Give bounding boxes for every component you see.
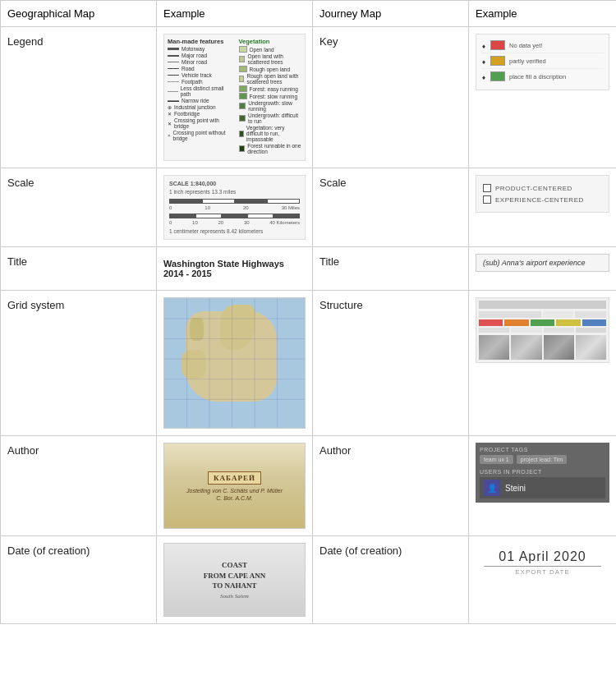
author-user-name: Steini [505, 484, 526, 493]
key-row-1: ⬧ partly verified [481, 56, 604, 69]
scale-ruler-km [169, 214, 300, 218]
col-header-example2: Example [469, 1, 616, 27]
header-journey-map-label: Journey Map [319, 7, 381, 20]
geo-title-text: Washington State Highways 2014 - 2015 [163, 254, 306, 283]
legend-geo-example: Man-made features Motorway Major road Mi… [157, 27, 313, 168]
map-image [163, 297, 306, 429]
scale-geo-example: SCALE 1:840,000 1 inch represents 13.3 m… [157, 168, 313, 247]
header-example1-label: Example [163, 7, 205, 20]
header-geo-map-label: Geographical Map [7, 7, 94, 20]
author-journey-example: PROJECT TAGS team ux 1 project lead: Tim… [469, 436, 616, 536]
journey-date-content: 01 April 2020 EXPORT DATE [476, 543, 609, 582]
author-journey-label: Author [313, 436, 469, 536]
legend-example-content: Man-made features Motorway Major road Mi… [163, 34, 306, 161]
author-geo-example: КАБАРЕЙ Jostelling von C. Schäts und P. … [157, 436, 313, 536]
title-journey-example: (sub) Anna's airport experience [469, 247, 616, 291]
scale-labels-miles: 0102030 Miles [169, 205, 300, 210]
date-underline [484, 566, 601, 567]
js-option-0: PRODUCT-CENTERED [483, 184, 602, 192]
journey-scale-content: PRODUCT-CENTERED EXPERIENCE-CENTERED [476, 175, 609, 213]
grid-geo-example [157, 291, 313, 436]
scale-labels-km: 010203040 Kilometers [169, 220, 300, 225]
author-tag-0: team ux 1 [480, 455, 513, 464]
scale-geo-label: Scale [1, 168, 157, 247]
author-tag-1: project lead: Tim [517, 455, 567, 464]
title-geo-label: Title [1, 247, 157, 291]
col-header-geo-map: Geographical Map [1, 1, 157, 27]
scale-ruler-miles [169, 199, 300, 204]
legend-journey-label: Key [313, 27, 469, 168]
legend-geo-label: Legend [1, 27, 157, 168]
scale-journey-example: PRODUCT-CENTERED EXPERIENCE-CENTERED [469, 168, 616, 247]
grid-journey-label: Structure [313, 291, 469, 436]
date-geo-label: Date (of creation) [1, 536, 157, 624]
journey-author-content: PROJECT TAGS team ux 1 project lead: Tim… [476, 443, 609, 503]
journey-title-text: (sub) Anna's airport experience [476, 254, 609, 272]
grid-journey-example [469, 291, 616, 436]
date-geo-example: COASTFROM CAPE ANNTO NAHANT South Salem [157, 536, 313, 624]
col-header-journey-map: Journey Map [313, 1, 469, 27]
date-vintage-image: COASTFROM CAPE ANNTO NAHANT South Salem [163, 543, 306, 617]
title-journey-label: Title [313, 247, 469, 291]
date-journey-example: 01 April 2020 EXPORT DATE [469, 536, 616, 624]
title-geo-example: Washington State Highways 2014 - 2015 [157, 247, 313, 291]
date-journey-label: Date (of creation) [313, 536, 469, 624]
col-header-example1: Example [157, 1, 313, 27]
author-tags-row: team ux 1 project lead: Tim [480, 455, 605, 464]
author-avatar: 👤 [484, 480, 500, 496]
author-vintage-image: КАБАРЕЙ Jostelling von C. Schäts und P. … [163, 443, 306, 529]
journey-date-text: 01 April 2020 [476, 549, 609, 564]
author-geo-label: Author [1, 436, 157, 536]
grid-geo-label: Grid system [1, 291, 157, 436]
key-row-2: ⬧ place fill a discription [481, 71, 604, 84]
legend-journey-example: ⬧ No data yet! ⬧ partly verified ⬧ place… [469, 27, 616, 168]
date-export-label: EXPORT DATE [476, 568, 609, 576]
structure-content [476, 297, 609, 363]
header-example2-label: Example [476, 7, 517, 20]
scale-example-content: SCALE 1:840,000 1 inch represents 13.3 m… [163, 175, 306, 240]
js-option-1: EXPERIENCE-CENTERED [483, 195, 602, 204]
key-example-content: ⬧ No data yet! ⬧ partly verified ⬧ place… [476, 34, 609, 90]
scale-journey-label: Scale [313, 168, 469, 247]
key-row-0: ⬧ No data yet! [481, 40, 604, 53]
author-user-row: 👤 Steini [480, 477, 605, 499]
